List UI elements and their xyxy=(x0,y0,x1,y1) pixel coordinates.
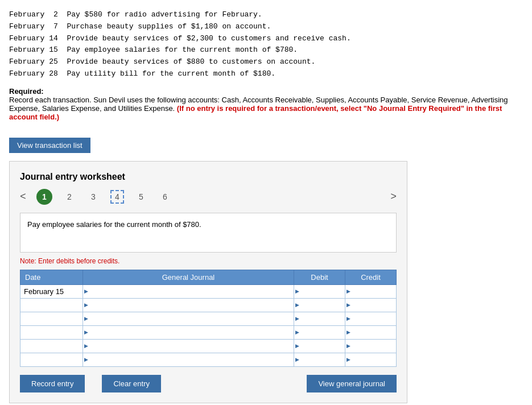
debit-input-5[interactable] xyxy=(294,353,345,366)
record-entry-button[interactable]: Record entry xyxy=(20,375,85,392)
transactions-list: February 2 Pay $580 for radio advertisin… xyxy=(9,9,523,80)
transaction-line: February 15 Pay employee salaries for th… xyxy=(9,44,523,56)
page-3-button[interactable]: 3 xyxy=(86,192,100,201)
date-cell-5[interactable] xyxy=(20,353,83,366)
journal-entry-worksheet: Journal entry worksheet < 1 2 3 4 5 6 > … xyxy=(9,161,407,403)
page-2-button[interactable]: 2 xyxy=(63,192,76,201)
required-label: Required: xyxy=(9,87,44,96)
journal-cell-5[interactable] xyxy=(83,353,294,366)
journal-input-4[interactable] xyxy=(83,340,294,353)
credit-cell-1[interactable] xyxy=(345,298,397,312)
credit-cell-2[interactable] xyxy=(345,312,397,325)
worksheet-title: Journal entry worksheet xyxy=(20,172,397,182)
credit-cell-3[interactable] xyxy=(345,325,397,339)
date-cell-2[interactable] xyxy=(20,312,83,325)
required-section: Required: Record each transaction. Sun D… xyxy=(9,87,523,121)
credit-cell-4[interactable] xyxy=(345,339,397,353)
journal-input-0[interactable] xyxy=(83,285,294,298)
credit-input-1[interactable] xyxy=(345,299,396,312)
journal-cell-1[interactable] xyxy=(83,298,294,312)
clear-entry-button[interactable]: Clear entry xyxy=(102,375,161,392)
table-row xyxy=(20,353,397,366)
view-transaction-list-button[interactable]: View transaction list xyxy=(9,138,90,153)
date-column-header: Date xyxy=(20,270,83,284)
journal-input-3[interactable] xyxy=(83,326,294,339)
table-row xyxy=(20,325,397,339)
debit-cell-2[interactable] xyxy=(294,312,345,325)
credit-input-2[interactable] xyxy=(345,312,396,325)
debit-input-4[interactable] xyxy=(294,340,345,353)
page-5-button[interactable]: 5 xyxy=(134,192,148,201)
debit-column-header: Debit xyxy=(294,270,345,284)
transaction-line: February 28 Pay utility bill for the cur… xyxy=(9,68,523,80)
debit-credit-note: Note: Enter debits before credits. xyxy=(20,257,397,265)
debit-input-0[interactable] xyxy=(294,285,345,298)
date-input-4[interactable] xyxy=(20,340,83,353)
debit-cell-3[interactable] xyxy=(294,325,345,339)
debit-cell-4[interactable] xyxy=(294,339,345,353)
credit-column-header: Credit xyxy=(345,270,397,284)
table-row: February 15 xyxy=(20,284,397,298)
journal-table: Date General Journal Debit Credit Februa… xyxy=(20,270,397,367)
view-general-journal-button[interactable]: View general journal xyxy=(307,375,397,392)
action-buttons-row: Record entry Clear entry View general jo… xyxy=(20,375,397,392)
debit-cell-0[interactable] xyxy=(294,284,345,298)
transaction-line: February 2 Pay $580 for radio advertisin… xyxy=(9,9,523,21)
credit-input-5[interactable] xyxy=(345,353,396,366)
date-input-1[interactable] xyxy=(20,299,83,312)
journal-cell-4[interactable] xyxy=(83,339,294,353)
date-input-5[interactable] xyxy=(20,353,83,366)
transaction-line: February 25 Provide beauty services of $… xyxy=(9,56,523,68)
debit-input-3[interactable] xyxy=(294,326,345,339)
date-cell-4[interactable] xyxy=(20,339,83,353)
credit-input-0[interactable] xyxy=(345,285,396,298)
journal-input-5[interactable] xyxy=(83,353,294,366)
journal-cell-0[interactable] xyxy=(83,284,294,298)
transaction-line: February 7 Purchase beauty supplies of $… xyxy=(9,21,523,33)
credit-input-3[interactable] xyxy=(345,326,396,339)
credit-cell-5[interactable] xyxy=(345,353,397,366)
page-6-button[interactable]: 6 xyxy=(158,192,172,201)
date-cell-1[interactable] xyxy=(20,298,83,312)
credit-cell-0[interactable] xyxy=(345,284,397,298)
journal-input-1[interactable] xyxy=(83,299,294,312)
debit-cell-5[interactable] xyxy=(294,353,345,366)
date-cell-0: February 15 xyxy=(20,284,83,298)
date-input-2[interactable] xyxy=(20,312,83,325)
table-row xyxy=(20,312,397,325)
debit-cell-1[interactable] xyxy=(294,298,345,312)
table-row xyxy=(20,339,397,353)
journal-cell-3[interactable] xyxy=(83,325,294,339)
prev-page-arrow[interactable]: < xyxy=(20,191,26,202)
general-journal-column-header: General Journal xyxy=(83,270,294,284)
credit-input-4[interactable] xyxy=(345,340,396,353)
page-4-button[interactable]: 4 xyxy=(110,190,124,204)
journal-cell-2[interactable] xyxy=(83,312,294,325)
debit-input-2[interactable] xyxy=(294,312,345,325)
table-row xyxy=(20,298,397,312)
page-navigation: < 1 2 3 4 5 6 > xyxy=(20,189,397,205)
date-cell-3[interactable] xyxy=(20,325,83,339)
transaction-description: Pay employee salaries for the current mo… xyxy=(20,213,397,253)
date-input-3[interactable] xyxy=(20,326,83,339)
transaction-line: February 14 Provide beauty services of $… xyxy=(9,33,523,45)
next-page-arrow[interactable]: > xyxy=(390,191,397,202)
page-1-button[interactable]: 1 xyxy=(36,189,52,205)
date-value-0: February 15 xyxy=(20,286,67,297)
debit-input-1[interactable] xyxy=(294,299,345,312)
journal-input-2[interactable] xyxy=(83,312,294,325)
